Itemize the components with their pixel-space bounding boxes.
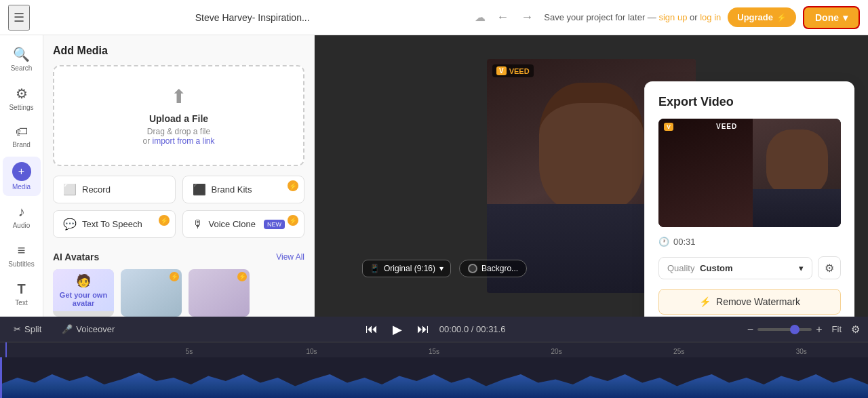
phone-icon: 📱 — [370, 264, 380, 273]
upload-sub-text: Drag & drop a file or import from a link — [68, 127, 290, 146]
timeline-ruler: 5s 10s 15s 20s 25s 30s — [0, 342, 868, 357]
sidebar-item-brand[interactable]: 🏷 Brand — [3, 119, 41, 154]
veed-logo-overlay: V VEED — [492, 64, 534, 77]
sidebar-item-subtitles[interactable]: ≡ Subtitles — [3, 237, 41, 273]
redo-button[interactable]: → — [517, 7, 537, 27]
ruler-mark-20s: 20s — [495, 348, 618, 355]
export-title: Export Video — [658, 95, 841, 109]
timeline-toolbar: ✂ Split 🎤 Voiceover ⏮ ▶ ⏭ 00:00.0 / 00:3… — [0, 317, 868, 342]
panel-title: Add Media — [53, 45, 304, 57]
avatar-item-2[interactable]: ⚡ — [189, 269, 250, 317]
audio-icon: ♪ — [18, 204, 25, 220]
premium-badge-vc: ⚡ — [288, 215, 298, 226]
fit-button[interactable]: Fit — [827, 321, 847, 337]
sidebar-item-label: Text — [15, 299, 27, 306]
background-toggle[interactable]: Backgro... — [459, 260, 527, 277]
upgrade-button[interactable]: Upgrade ⚡ — [728, 7, 796, 27]
timeline-settings-button[interactable]: ⚙ — [851, 323, 860, 336]
sidebar-item-label: Media — [12, 183, 31, 191]
sidebar-item-elements[interactable]: ◇ Elements — [3, 315, 41, 317]
brand-kits-button[interactable]: ⬛ Brand Kits ⚡ — [182, 176, 305, 203]
ruler-mark-15s: 15s — [373, 348, 496, 355]
export-duration: 00:31 — [673, 237, 696, 247]
aspect-ratio-label: Original (9:16) — [384, 264, 435, 273]
sidebar-item-label: Search — [11, 64, 33, 72]
play-button[interactable]: ▶ — [388, 320, 407, 339]
export-veed-logo: V — [664, 123, 673, 131]
voiceover-button[interactable]: 🎤 Voiceover — [56, 321, 120, 337]
import-link[interactable]: import from a link — [152, 136, 214, 146]
timeline-playback-controls: ⏮ ▶ ⏭ 00:00.0 / 00:31.6 — [130, 320, 737, 339]
aspect-ratio-selector[interactable]: 📱 Original (9:16) ▾ — [362, 260, 451, 277]
export-quality-row: Quality Custom ▾ ⚙ — [658, 256, 841, 279]
sidebar-item-label: Subtitles — [8, 260, 34, 268]
timeline-playhead-ruler — [5, 342, 7, 357]
warning-icon: ⚡ — [699, 296, 711, 307]
ruler-mark-30s: 30s — [740, 348, 863, 355]
chevron-down-icon: ▾ — [843, 12, 848, 23]
main-area: 🔍 Search ⚙ Settings 🏷 Brand + Media ♪ Au… — [0, 35, 868, 317]
menu-button[interactable]: ☰ — [8, 5, 30, 31]
add-media-icon: + — [12, 162, 31, 181]
zoom-out-button[interactable]: − — [747, 323, 753, 336]
undo-redo-controls: ← → — [492, 7, 537, 27]
ruler-mark-25s: 25s — [618, 348, 741, 355]
export-panel: Export Video V VEED 🕐 00:31 Quality Cust… — [644, 81, 854, 317]
text-to-speech-label: Text To Speech — [82, 219, 142, 229]
zoom-in-button[interactable]: + — [816, 323, 822, 336]
avatars-row: 🧑 Get your own avatar ⚡ ⚡ — [53, 269, 304, 317]
voice-clone-label: Voice Clone — [209, 219, 256, 229]
sidebar-item-text[interactable]: T Text — [3, 276, 41, 312]
quality-label: Quality Custom — [667, 263, 732, 273]
lightning-icon: ⚡ — [776, 13, 787, 22]
sign-up-link[interactable]: sign up — [658, 12, 687, 22]
export-preview: V VEED — [658, 119, 841, 227]
view-all-avatars[interactable]: View All — [276, 252, 304, 262]
media-buttons: ⬜ Record ⬛ Brand Kits ⚡ 💬 Text To Speech… — [53, 176, 304, 238]
fast-forward-button[interactable]: ⏭ — [414, 320, 433, 339]
rewind-button[interactable]: ⏮ — [362, 320, 381, 339]
zoom-slider[interactable] — [757, 328, 812, 331]
avatar-item-1[interactable]: ⚡ — [121, 269, 182, 317]
text-to-speech-button[interactable]: 💬 Text To Speech ⚡ — [53, 210, 176, 238]
done-button[interactable]: Done ▾ — [803, 6, 860, 29]
ai-avatars-title: AI Avatars — [53, 252, 99, 262]
microphone-icon: 🎤 — [62, 324, 73, 334]
background-label: Backgro... — [481, 264, 518, 273]
clock-icon: 🕐 — [658, 237, 669, 247]
sidebar-item-settings[interactable]: ⚙ Settings — [3, 80, 41, 117]
record-icon: ⬜ — [63, 183, 77, 196]
split-button[interactable]: ✂ Split — [8, 321, 47, 337]
avatar-premium-badge-1: ⚡ — [170, 272, 179, 281]
sidebar-item-label: Settings — [9, 104, 33, 111]
upload-area[interactable]: ⬆ Upload a File Drag & drop a file or im… — [53, 65, 304, 166]
export-face-silhouette — [766, 130, 828, 195]
project-title: Steve Harvey- Inspiration... — [37, 12, 468, 23]
upload-icon: ⬆ — [68, 85, 290, 108]
record-button[interactable]: ⬜ Record — [53, 176, 176, 203]
export-preview-face — [753, 119, 841, 227]
quality-selector[interactable]: Quality Custom ▾ — [658, 257, 812, 279]
left-panel: Add Media ⬆ Upload a File Drag & drop a … — [43, 35, 315, 317]
avatar-premium-badge-2: ⚡ — [237, 272, 247, 281]
sidebar-item-media[interactable]: + Media — [3, 157, 41, 196]
log-in-link[interactable]: log in — [700, 12, 721, 22]
sidebar-item-audio[interactable]: ♪ Audio — [3, 199, 41, 235]
undo-button[interactable]: ← — [492, 7, 513, 27]
voice-clone-button[interactable]: 🎙 Voice Clone NEW ⚡ — [182, 210, 305, 238]
chevron-down-icon-aspect: ▾ — [439, 264, 443, 273]
settings-icon: ⚙ — [16, 85, 28, 102]
avatar-get-own[interactable]: 🧑 Get your own avatar — [53, 269, 114, 317]
remove-watermark-button[interactable]: ⚡ Remove Watermark — [658, 289, 841, 315]
ruler-mark-5s: 5s — [128, 348, 251, 355]
subtitles-icon: ≡ — [18, 243, 26, 258]
save-prompt: Save your project for later — sign up or… — [544, 12, 721, 22]
text-icon: T — [17, 281, 25, 297]
ruler-marks: 5s 10s 15s 20s 25s 30s — [5, 348, 863, 357]
remove-watermark-label: Remove Watermark — [716, 296, 800, 307]
brand-icon: 🏷 — [16, 125, 28, 139]
bg-circle-icon — [468, 264, 477, 273]
sidebar-item-search[interactable]: 🔍 Search — [3, 41, 41, 77]
zoom-thumb — [790, 325, 800, 334]
export-settings-button[interactable]: ⚙ — [818, 256, 841, 279]
